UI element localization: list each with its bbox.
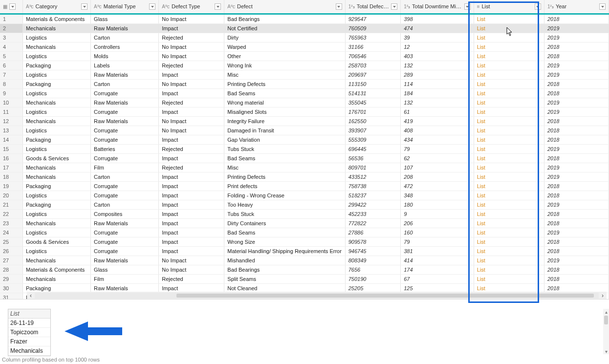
column-header-defect[interactable]: AᴮcDefect <box>224 0 345 14</box>
category-cell: Mechanicals <box>22 163 90 172</box>
table-row[interactable]: 5LogisticsMoldsNo ImpactOther706546403Li… <box>0 52 609 61</box>
down-cell: 61 <box>401 107 474 117</box>
list-cell[interactable]: List <box>474 126 544 135</box>
list-cell[interactable]: List <box>474 52 544 61</box>
qty-cell: 209697 <box>345 70 400 80</box>
table-row[interactable]: 15LogisticsBatteriesRejectedTubs Stuck69… <box>0 145 609 154</box>
table-row[interactable]: 7LogisticsRaw MaterialsImpactMisc2096972… <box>0 70 609 80</box>
table-row[interactable]: 16Goods & ServicesCorrugateImpactBad Sea… <box>0 154 609 163</box>
list-cell[interactable]: List <box>474 265 544 275</box>
list-cell[interactable]: List <box>474 70 544 80</box>
scroll-down-icon[interactable]: ▾ <box>603 348 609 354</box>
filter-dropdown-icon[interactable] <box>535 3 541 10</box>
row-number-cell: 19 <box>0 182 22 191</box>
filter-dropdown-icon[interactable] <box>391 3 397 10</box>
scroll-thumb[interactable] <box>176 294 594 298</box>
data-grid[interactable]: ▦AᴮcCategoryAᴮcMaterial TypeAᴮcDefect Ty… <box>0 0 609 300</box>
list-cell[interactable]: List <box>474 107 544 117</box>
table-row[interactable]: 13LogisticsCorrugateNo ImpactDamaged in … <box>0 126 609 135</box>
horizontal-scrollbar[interactable]: ‹ › <box>27 292 607 299</box>
table-row[interactable]: 4MechanicalsControllersNo ImpactWarped31… <box>0 43 609 52</box>
table-row[interactable]: 19PackagingCorrugateImpactPrint defects7… <box>0 182 609 191</box>
list-cell[interactable]: List <box>474 228 544 237</box>
list-cell[interactable]: List <box>474 256 544 265</box>
dtype-cell: Rejected <box>159 275 224 284</box>
list-cell[interactable]: List <box>474 247 544 256</box>
list-cell[interactable]: List <box>474 210 544 219</box>
list-cell[interactable]: List <box>474 182 544 191</box>
table-row[interactable]: 26LogisticsCorrugateImpactMaterial Handl… <box>0 247 609 256</box>
down-cell: 289 <box>401 70 474 80</box>
table-row[interactable]: 21PackagingCartonImpactToo Heavy29942218… <box>0 200 609 210</box>
column-header-material[interactable]: AᴮcMaterial Type <box>91 0 159 14</box>
table-row[interactable]: 17MechanicalsFilmRejectedMisc809701107Li… <box>0 163 609 172</box>
list-cell[interactable]: List <box>474 14 544 24</box>
filter-dropdown-icon[interactable] <box>599 3 606 10</box>
list-preview-item[interactable]: Frazer <box>8 337 50 346</box>
list-cell[interactable]: List <box>474 219 544 228</box>
list-cell[interactable]: List <box>474 200 544 210</box>
table-row[interactable]: 6PackagingLabelsRejectedWrong Ink2587031… <box>0 61 609 70</box>
table-row[interactable]: 14PackagingCorrugateImpactGap Variation5… <box>0 135 609 145</box>
list-cell[interactable]: List <box>474 275 544 284</box>
defect-cell: Not Certified <box>224 24 345 33</box>
category-cell: Packaging <box>22 80 90 89</box>
table-row[interactable]: 29MechanicalsFilmRejectedSplit Seams7501… <box>0 275 609 284</box>
column-header-qty[interactable]: 1²₃Total Defect Qty <box>345 0 400 14</box>
list-preview-item[interactable]: Mechanicals <box>8 346 50 356</box>
material-cell: Corrugate <box>91 126 159 135</box>
list-cell[interactable]: List <box>474 145 544 154</box>
table-row[interactable]: 1Materials & ComponentsGlassNo ImpactBad… <box>0 14 609 24</box>
scroll-up-icon[interactable]: ▴ <box>603 309 609 315</box>
list-cell[interactable]: List <box>474 237 544 247</box>
table-row[interactable]: 24LogisticsCorrugateImpactBad Seams27886… <box>0 228 609 237</box>
list-cell[interactable]: List <box>474 61 544 70</box>
scroll-left-icon[interactable]: ‹ <box>27 292 35 299</box>
list-cell[interactable]: List <box>474 98 544 107</box>
table-row[interactable]: 3LogisticsCartonRejectedDirty76596339Lis… <box>0 33 609 43</box>
table-row[interactable]: 22LogisticsCompositesImpactTubs Stuck452… <box>0 210 609 219</box>
column-header-category[interactable]: AᴮcCategory <box>22 0 90 14</box>
list-cell[interactable]: List <box>474 163 544 172</box>
table-row[interactable]: 2MechanicalsRaw MaterialsImpactNot Certi… <box>0 24 609 33</box>
filter-dropdown-icon[interactable] <box>215 3 221 10</box>
list-cell[interactable]: List <box>474 24 544 33</box>
list-cell[interactable]: List <box>474 43 544 52</box>
preview-vertical-scrollbar[interactable]: ▴ ▾ <box>603 309 609 354</box>
scroll-track[interactable] <box>35 293 599 299</box>
table-row[interactable]: 18MechanicalsCartonImpactPrinting Defect… <box>0 172 609 182</box>
list-preview-item[interactable]: Topiczoom <box>8 328 50 337</box>
list-cell[interactable]: List <box>474 191 544 200</box>
table-row[interactable]: 8PackagingCartonNo ImpactPrinting Defect… <box>0 80 609 89</box>
list-cell[interactable]: List <box>474 154 544 163</box>
table-row[interactable]: 9LogisticsCorrugateImpactBad Seams514131… <box>0 89 609 98</box>
column-header-down[interactable]: 1²₃Total Downtime Minutes <box>401 0 474 14</box>
column-header-rownum[interactable]: ▦ <box>0 0 22 14</box>
filter-dropdown-icon[interactable] <box>9 3 16 10</box>
table-row[interactable]: 27MechanicalsRaw MaterialsNo ImpactMisha… <box>0 256 609 265</box>
list-cell[interactable]: List <box>474 80 544 89</box>
table-row[interactable]: 11LogisticsCorrugateImpactMisaligned Slo… <box>0 107 609 117</box>
table-row[interactable]: 25Goods & ServicesCorrugateImpactWrong S… <box>0 237 609 247</box>
list-cell[interactable]: List <box>474 117 544 126</box>
list-preview-panel[interactable]: List 26-11-19TopiczoomFrazerMechanicals <box>8 309 51 356</box>
column-header-dtype[interactable]: AᴮcDefect Type <box>159 0 224 14</box>
filter-dropdown-icon[interactable] <box>81 3 87 10</box>
filter-dropdown-icon[interactable] <box>149 3 155 10</box>
scroll-right-icon[interactable]: › <box>599 292 607 299</box>
list-cell[interactable]: List <box>474 135 544 145</box>
table-row[interactable]: 10MechanicalsRaw MaterialsRejectedWrong … <box>0 98 609 107</box>
list-cell[interactable]: List <box>474 33 544 43</box>
list-cell[interactable]: List <box>474 172 544 182</box>
list-preview-item[interactable]: 26-11-19 <box>8 319 50 328</box>
column-header-year[interactable]: 1²₃Year <box>544 0 609 14</box>
table-row[interactable]: 28Materials & ComponentsGlassNo ImpactBa… <box>0 265 609 275</box>
filter-dropdown-icon[interactable] <box>336 3 342 10</box>
scroll-thumb[interactable] <box>604 316 608 324</box>
column-header-list[interactable]: ≡List <box>474 0 544 14</box>
list-cell[interactable]: List <box>474 89 544 98</box>
table-row[interactable]: 23MechanicalsRaw MaterialsImpactDirty Co… <box>0 219 609 228</box>
table-row[interactable]: 12MechanicalsRaw MaterialsNo ImpactInteg… <box>0 117 609 126</box>
table-row[interactable]: 20LogisticsCorrugateImpactFolding - Wron… <box>0 191 609 200</box>
filter-dropdown-icon[interactable] <box>464 3 471 10</box>
